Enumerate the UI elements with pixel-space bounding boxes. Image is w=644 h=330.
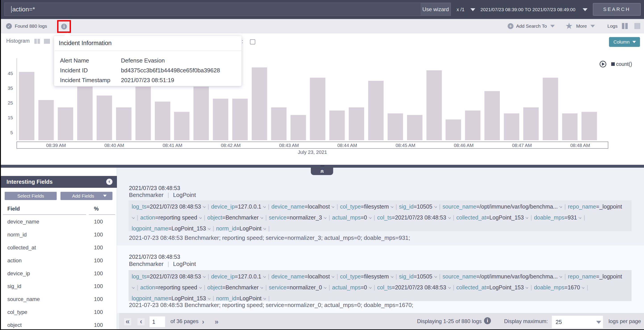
- svg-text:count(): count(): [616, 61, 632, 67]
